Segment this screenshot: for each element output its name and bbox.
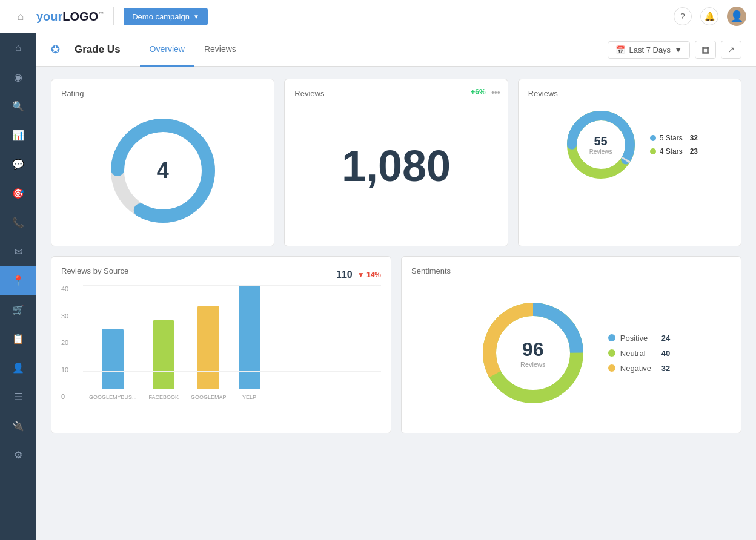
rating-donut: 4 [102, 110, 224, 231]
nav-divider [113, 7, 114, 25]
four-star-dot [650, 148, 656, 154]
neutral-dot [608, 349, 615, 357]
analytics-icon: 📊 [12, 130, 24, 141]
sidebar-item-home[interactable]: ⌂ [0, 33, 36, 62]
caret-down-icon: ▼ [674, 45, 682, 54]
reviews-donut-wrap: 55 Reviews 5 Stars 32 4 Stars [528, 105, 731, 184]
calendar-icon: 📅 [615, 45, 625, 54]
share-icon: ↗ [728, 45, 735, 54]
sidebar-item-list[interactable]: ☰ [0, 382, 36, 411]
sidebar-item-search[interactable]: 🔍 [0, 91, 36, 120]
chart-view-button[interactable]: ▦ [695, 41, 716, 59]
sentiment-positive: Positive 24 [608, 334, 670, 343]
bar-label-facebook: FACEBOOK [149, 394, 179, 400]
sidebar-item-location[interactable]: 📍 [0, 266, 36, 295]
sidebar-item-analytics[interactable]: 📊 [0, 120, 36, 150]
email-icon: ✉ [15, 246, 22, 257]
nav-right: ? 🔔 👤 [674, 7, 746, 26]
reviews-center: 1,080 [294, 105, 497, 226]
sidebar-item-reports[interactable]: 📋 [0, 324, 36, 353]
sentiments-card: Sentiments 96 Reviews [401, 256, 741, 433]
bar-facebook [153, 320, 174, 389]
sidebar-item-commerce[interactable]: 🛒 [0, 295, 36, 324]
sentiments-wrap: 96 Reviews Positive 24 Neutral [411, 283, 731, 423]
caret-icon: ▼ [193, 13, 199, 20]
date-range-button[interactable]: 📅 Last 7 Days ▼ [608, 41, 690, 59]
reviews-donut-card: Reviews 55 Reviews [518, 79, 741, 246]
y-axis: 40 30 20 10 0 [61, 285, 68, 400]
sentiment-negative: Negative 32 [608, 364, 670, 373]
bar-total: 110 [336, 269, 353, 280]
home-icon: ⌂ [15, 42, 21, 53]
bar-chart-stats: 110 ▼ 14% [336, 269, 381, 280]
messages-icon: 💬 [12, 159, 24, 170]
list-icon: ☰ [14, 391, 22, 403]
location-icon: 📍 [12, 275, 24, 286]
bars-container: GOOGLEMYBUS... FACEBOOK GOOGLEMAP [83, 285, 381, 418]
bar-chart-header: Reviews by Source 110 ▼ 14% [61, 266, 381, 283]
bar-googlemybusiness [102, 329, 124, 389]
search-icon: 🔍 [12, 100, 24, 112]
home-nav-icon[interactable]: ⌂ [10, 5, 31, 27]
bell-icon: 🔔 [705, 12, 715, 21]
reviews-donut-container: 55 Reviews [562, 105, 640, 184]
sentiments-legend: Positive 24 Neutral 40 Negative 32 [608, 334, 670, 373]
phone-icon: 📞 [12, 217, 24, 228]
sidebar-item-settings[interactable]: ⚙ [0, 440, 36, 446]
legend-item-4stars: 4 Stars 23 [650, 147, 698, 156]
legend-item-5stars: 5 Stars 32 [650, 134, 698, 142]
demo-campaign-button[interactable]: Demo campaign ▼ [124, 8, 208, 25]
sidebar-item-user[interactable]: 👤 [0, 353, 36, 382]
main-wrapper: ✪ Grade Us Overview Reviews 📅 Last 7 Day… [36, 33, 756, 446]
top-navbar: ⌂ yourLOGO™ Demo campaign ▼ ? 🔔 👤 [0, 0, 756, 33]
reviews-menu-dots[interactable]: ••• [491, 88, 500, 97]
user-icon: 👤 [12, 362, 24, 374]
sidebar-item-dashboard[interactable]: ◉ [0, 62, 36, 91]
reviews-count-title: Reviews [294, 89, 497, 98]
sentiments-title: Sentiments [411, 266, 731, 275]
cart-icon: 🛒 [12, 304, 24, 315]
share-button[interactable]: ↗ [721, 41, 741, 59]
reviews-count-card: Reviews +6% ••• 1,080 [284, 79, 508, 246]
bar-chart-title: Reviews by Source [61, 266, 128, 275]
bar-label-google: GOOGLEMYBUS... [89, 394, 137, 400]
bar-label-googlemap: GOOGLEMAP [191, 394, 227, 400]
sidebar-item-calls[interactable]: 📞 [0, 208, 36, 237]
rating-donut-svg [102, 110, 224, 231]
rating-card: Rating 4 [51, 79, 274, 246]
bars-group: GOOGLEMYBUS... FACEBOOK GOOGLEMAP [83, 285, 381, 400]
bar-chart-icon: ▦ [701, 45, 709, 54]
tab-overview[interactable]: Overview [140, 33, 194, 67]
bar-col-googlemap: GOOGLEMAP [191, 306, 227, 400]
page-icon: ✪ [51, 43, 60, 56]
content-area: Rating 4 [36, 67, 756, 446]
reviews-big-number: 1,080 [342, 141, 451, 191]
sidebar: ⌂ ◉ 🔍 📊 💬 🎯 📞 ✉ 📍 🛒 📋 👤 ☰ 🔌 ⚙ [0, 0, 36, 446]
sentiments-donut-svg [472, 292, 594, 413]
reviews-donut-svg [562, 105, 640, 184]
logo: yourLOGO™ [36, 10, 104, 24]
sidebar-item-messages[interactable]: 💬 [0, 150, 36, 179]
negative-dot [608, 364, 615, 372]
nav-tabs: Overview Reviews [140, 33, 246, 67]
bar-col-facebook: FACEBOOK [149, 320, 179, 400]
sidebar-item-targeting[interactable]: 🎯 [0, 179, 36, 208]
bar-chart-area: 40 30 20 10 0 [61, 285, 381, 418]
avatar-image: 👤 [730, 10, 743, 23]
reports-icon: 📋 [12, 333, 24, 344]
rating-card-title: Rating [61, 89, 264, 98]
notifications-button[interactable]: 🔔 [700, 7, 718, 25]
sentiment-neutral: Neutral 40 [608, 349, 670, 358]
rating-donut-wrap: 4 [61, 105, 264, 236]
five-star-dot [650, 135, 656, 141]
targeting-icon: 🎯 [12, 188, 24, 199]
positive-dot [608, 334, 615, 341]
cards-row-2: Reviews by Source 110 ▼ 14% 40 30 20 10 … [51, 256, 741, 433]
reviews-donut-title: Reviews [528, 89, 731, 98]
sub-header: ✪ Grade Us Overview Reviews 📅 Last 7 Day… [36, 33, 756, 67]
help-button[interactable]: ? [674, 7, 692, 25]
avatar[interactable]: 👤 [727, 7, 746, 26]
tab-reviews[interactable]: Reviews [194, 33, 246, 67]
sidebar-item-integrations[interactable]: 🔌 [0, 411, 36, 440]
sidebar-item-email[interactable]: ✉ [0, 237, 36, 266]
